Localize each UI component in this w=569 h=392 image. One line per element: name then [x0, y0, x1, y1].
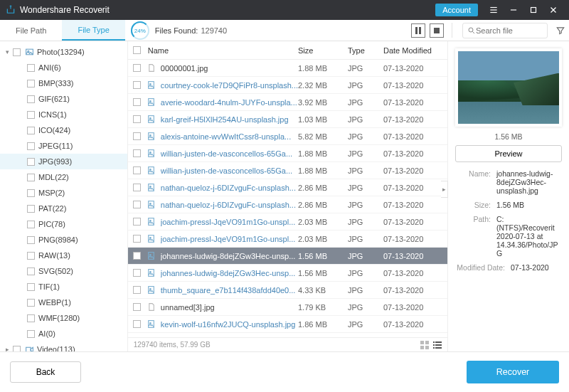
checkbox[interactable]: [27, 267, 35, 275]
tree-item[interactable]: JPG(993): [0, 154, 127, 169]
row-checkbox[interactable]: [133, 166, 141, 174]
row-checkbox[interactable]: [133, 201, 141, 208]
checkbox[interactable]: [27, 236, 35, 244]
file-size: 1.56 MB: [298, 252, 348, 260]
checkbox[interactable]: [27, 174, 35, 181]
col-type[interactable]: Type: [348, 46, 383, 55]
search-box[interactable]: [462, 23, 548, 38]
tree-item[interactable]: PNG(8984): [0, 232, 127, 248]
list-view-icon[interactable]: [433, 341, 442, 349]
row-checkbox[interactable]: [133, 98, 141, 106]
table-row[interactable]: averie-woodard-4nulm-JUYFo-unspla...3.92…: [128, 94, 447, 111]
checkbox[interactable]: [27, 64, 35, 72]
tree-item[interactable]: ANI(6): [0, 60, 127, 75]
pause-button[interactable]: [411, 23, 425, 38]
checkbox[interactable]: [13, 48, 21, 56]
row-checkbox[interactable]: [133, 149, 141, 157]
grid-view-icon[interactable]: [420, 341, 429, 349]
checkbox[interactable]: [27, 80, 35, 88]
table-row[interactable]: alexis-antoine-wvWwItCssr8-unspla...5.82…: [128, 128, 447, 145]
checkbox[interactable]: [27, 189, 35, 197]
checkbox[interactable]: [27, 330, 35, 338]
tree-item[interactable]: JPEG(11): [0, 138, 127, 154]
col-name[interactable]: Name: [147, 46, 298, 55]
tree-item[interactable]: ICO(424): [0, 122, 127, 138]
account-button[interactable]: Account: [435, 4, 478, 16]
checkbox[interactable]: [27, 314, 35, 322]
table-row[interactable]: nathan-queloz-j-6DIZvguFc-unsplash...2.8…: [128, 196, 447, 213]
table-row[interactable]: 00000001.jpg1.88 MBJPG07-13-2020: [128, 60, 447, 77]
row-checkbox[interactable]: [133, 286, 141, 294]
row-checkbox[interactable]: [133, 320, 141, 328]
tree-item[interactable]: MSP(2): [0, 185, 127, 201]
table-row[interactable]: nathan-queloz-j-6DIZvguFc-unsplash...2.8…: [128, 179, 447, 196]
tree-item[interactable]: BMP(333): [0, 75, 127, 91]
checkbox[interactable]: [27, 299, 35, 307]
row-checkbox[interactable]: [133, 235, 141, 243]
checkbox[interactable]: [27, 142, 35, 150]
minimize-icon[interactable]: [504, 0, 523, 20]
table-row[interactable]: joachim-pressl-JqeVO91m1Go-unspl...2.03 …: [128, 213, 447, 231]
checkbox[interactable]: [27, 95, 35, 103]
col-size[interactable]: Size: [298, 46, 348, 55]
expand-preview-handle[interactable]: ▸: [441, 181, 448, 198]
checkbox[interactable]: [27, 283, 35, 291]
table-row[interactable]: courtney-cook-le7D9QFiPr8-unsplash...2.3…: [128, 77, 447, 94]
table-row[interactable]: joachim-pressl-JqeVO91m1Go-unspl...2.03 …: [128, 231, 447, 248]
row-checkbox[interactable]: [133, 132, 141, 140]
row-checkbox[interactable]: [133, 81, 141, 89]
tree-item[interactable]: WEBP(1): [0, 295, 127, 310]
tab-file-path[interactable]: File Path: [0, 20, 62, 41]
table-row[interactable]: willian-justen-de-vasconcellos-65Ga...1.…: [128, 162, 447, 179]
table-row[interactable]: kevin-wolf-u16nfw2JUCQ-unsplash.jpg1.86 …: [128, 316, 447, 333]
file-type-tree[interactable]: ▾ Photo(13294) ANI(6)BMP(333)GIF(621)ICN…: [0, 41, 128, 351]
preview-button[interactable]: Preview: [455, 145, 562, 162]
checkbox[interactable]: [27, 252, 35, 260]
tree-item[interactable]: RAW(13): [0, 248, 127, 263]
chevron-down-icon[interactable]: ▾: [6, 48, 13, 55]
checkbox[interactable]: [27, 158, 35, 166]
tree-item[interactable]: AI(0): [0, 326, 127, 341]
col-date[interactable]: Date Modified: [383, 46, 447, 55]
tab-file-type[interactable]: File Type: [62, 20, 124, 41]
table-row[interactable]: thumb_square_e7b114f438afdd40e0...4.33 K…: [128, 282, 447, 299]
select-all-checkbox[interactable]: [133, 46, 141, 54]
back-button[interactable]: Back: [10, 361, 81, 383]
table-body[interactable]: 00000001.jpg1.88 MBJPG07-13-2020courtney…: [128, 60, 447, 337]
checkbox[interactable]: [27, 127, 35, 134]
tree-item[interactable]: SVG(502): [0, 263, 127, 279]
tree-item[interactable]: TIF(1): [0, 279, 127, 295]
chevron-right-icon[interactable]: ▸: [6, 346, 13, 351]
table-row[interactable]: johannes-ludwig-8dejZGw3Hec-unsp...1.56 …: [128, 248, 447, 265]
row-checkbox[interactable]: [133, 252, 141, 260]
tree-photo[interactable]: ▾ Photo(13294): [0, 44, 127, 60]
menu-icon[interactable]: [484, 0, 504, 20]
table-row[interactable]: karl-greif-H5lXlH254AU-unsplash.jpg1.03 …: [128, 111, 447, 128]
tree-item[interactable]: GIF(621): [0, 91, 127, 107]
tree-item[interactable]: PAT(22): [0, 201, 127, 216]
checkbox[interactable]: [13, 346, 21, 352]
checkbox[interactable]: [27, 111, 35, 119]
maximize-icon[interactable]: [523, 0, 543, 20]
row-checkbox[interactable]: [133, 184, 141, 191]
stop-button[interactable]: [430, 23, 444, 38]
table-row[interactable]: unnamed[3].jpg1.79 KBJPG07-13-2020: [128, 299, 447, 316]
row-checkbox[interactable]: [133, 303, 141, 311]
tree-item[interactable]: MDL(22): [0, 169, 127, 185]
close-icon[interactable]: [543, 0, 563, 20]
row-checkbox[interactable]: [133, 218, 141, 226]
filter-icon[interactable]: [552, 20, 569, 41]
tree-item[interactable]: PIC(78): [0, 216, 127, 232]
row-checkbox[interactable]: [133, 64, 141, 72]
row-checkbox[interactable]: [133, 115, 141, 123]
table-row[interactable]: johannes-ludwig-8dejZGw3Hec-unsp...1.56 …: [128, 265, 447, 282]
row-checkbox[interactable]: [133, 269, 141, 277]
recover-button[interactable]: Recover: [467, 361, 559, 383]
search-input[interactable]: [476, 26, 533, 35]
table-row[interactable]: willian-justen-de-vasconcellos-65Ga...1.…: [128, 145, 447, 162]
tree-item[interactable]: ICNS(1): [0, 107, 127, 122]
checkbox[interactable]: [27, 205, 35, 213]
tree-item[interactable]: WMF(1280): [0, 310, 127, 326]
checkbox[interactable]: [27, 221, 35, 228]
tree-video[interactable]: ▸Video(113): [0, 341, 127, 351]
